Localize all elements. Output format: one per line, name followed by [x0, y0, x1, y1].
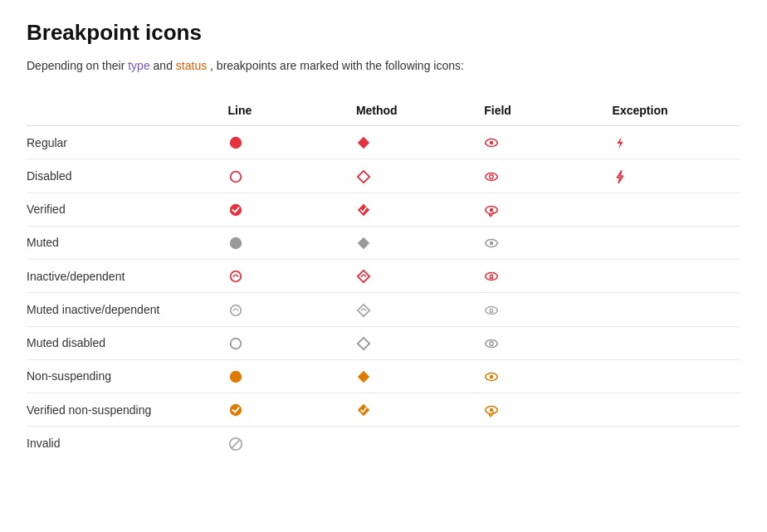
icon-cell-line: [228, 226, 356, 259]
icon-cell-method: [356, 159, 484, 193]
col-header-label: [27, 95, 228, 126]
svg-marker-27: [358, 338, 369, 349]
svg-marker-9: [617, 170, 623, 182]
svg-point-33: [490, 375, 494, 379]
icon-cell-exception: [613, 260, 740, 293]
row-label: Invalid: [27, 427, 228, 460]
icon-cell-exception: [613, 326, 740, 359]
svg-marker-35: [358, 404, 369, 416]
intro-text-middle: and: [154, 59, 176, 72]
icon-cell-line: [228, 159, 356, 193]
svg-point-7: [486, 173, 497, 180]
icon-cell-line: [228, 193, 356, 226]
svg-point-13: [490, 208, 494, 212]
page-title: Breakpoint icons: [27, 20, 740, 46]
col-header-field: Field: [484, 95, 612, 126]
icon-cell-line: [228, 393, 356, 427]
table-row: Muted: [27, 226, 740, 259]
svg-marker-31: [358, 371, 369, 383]
svg-marker-19: [358, 271, 369, 282]
icon-cell-field: [484, 193, 612, 226]
icon-cell-method: [356, 226, 484, 259]
icon-cell-field: [484, 393, 612, 427]
table-row: Muted disabled: [27, 326, 740, 359]
icon-cell-method: [356, 359, 484, 393]
row-label: Regular: [27, 126, 228, 159]
table-row: Verified: [27, 193, 740, 226]
icon-cell-field: [484, 326, 612, 359]
icon-cell-exception: [613, 126, 740, 159]
col-header-exception: Exception: [613, 95, 740, 126]
icon-cell-line: [228, 427, 356, 460]
svg-marker-4: [617, 137, 623, 149]
row-label: Muted inactive/dependent: [27, 293, 228, 326]
intro-text-before: Depending on their: [27, 59, 128, 72]
table-row: Disabled: [27, 159, 740, 193]
icon-cell-method: [356, 326, 484, 359]
icon-cell-line: [228, 359, 356, 393]
icon-cell-method: [356, 126, 484, 159]
svg-marker-1: [358, 137, 369, 149]
svg-point-22: [230, 305, 241, 315]
row-label: Verified: [27, 193, 228, 226]
icon-cell-exception: [613, 159, 740, 193]
svg-point-20: [486, 273, 497, 281]
icon-cell-field: [484, 159, 612, 193]
icon-cell-field: [484, 359, 612, 393]
svg-point-29: [490, 342, 494, 346]
svg-line-39: [231, 439, 240, 448]
table-row: Muted inactive/dependent: [27, 293, 740, 326]
svg-point-5: [230, 171, 241, 182]
svg-point-17: [490, 242, 494, 246]
icon-cell-field: [484, 226, 612, 259]
svg-point-14: [229, 237, 241, 249]
svg-point-28: [486, 339, 497, 347]
intro-paragraph: Depending on their type and status , bre…: [27, 59, 740, 72]
icon-cell-field: [484, 293, 612, 326]
table-row: Non-suspending: [27, 359, 740, 393]
table-header-row: Line Method Field Exception: [27, 95, 740, 126]
row-label: Non-suspending: [27, 359, 228, 393]
svg-point-24: [486, 306, 497, 314]
table-row: Regular: [27, 126, 740, 159]
svg-point-3: [490, 141, 494, 145]
breakpoint-icons-table: Line Method Field Exception Regular Disa…: [27, 95, 740, 460]
type-link[interactable]: type: [128, 59, 149, 72]
svg-marker-15: [358, 237, 369, 249]
icon-cell-exception: [613, 226, 740, 259]
icon-cell-field: [484, 126, 612, 159]
svg-point-26: [230, 338, 241, 349]
row-label: Disabled: [27, 159, 228, 193]
row-label: Inactive/dependent: [27, 260, 228, 293]
icon-cell-line: [228, 293, 356, 326]
icon-cell-method: [356, 427, 484, 460]
svg-marker-23: [358, 304, 369, 315]
svg-point-37: [490, 408, 494, 412]
svg-point-8: [490, 174, 494, 178]
icon-cell-method: [356, 260, 484, 293]
table-row: Invalid: [27, 427, 740, 460]
icon-cell-exception: [613, 359, 740, 393]
icon-cell-exception: [613, 393, 740, 427]
icon-cell-method: [356, 293, 484, 326]
icon-cell-exception: [613, 193, 740, 226]
svg-marker-11: [358, 204, 369, 216]
svg-point-10: [229, 204, 241, 216]
row-label: Muted disabled: [27, 326, 228, 359]
icon-cell-method: [356, 393, 484, 427]
intro-text-after: , breakpoints are marked with the follow…: [210, 59, 464, 72]
col-header-line: Line: [228, 95, 356, 126]
table-row: Verified non-suspending: [27, 393, 740, 427]
icon-cell-field: [484, 427, 612, 460]
icon-cell-exception: [613, 293, 740, 326]
svg-point-0: [229, 137, 241, 149]
status-link[interactable]: status: [176, 59, 207, 72]
row-label: Muted: [27, 226, 228, 259]
col-header-method: Method: [356, 95, 484, 126]
icon-cell-line: [228, 126, 356, 159]
icon-cell-exception: [613, 427, 740, 460]
svg-point-34: [229, 404, 241, 416]
icon-cell-line: [228, 260, 356, 293]
icon-cell-method: [356, 193, 484, 226]
icon-cell-line: [228, 326, 356, 359]
